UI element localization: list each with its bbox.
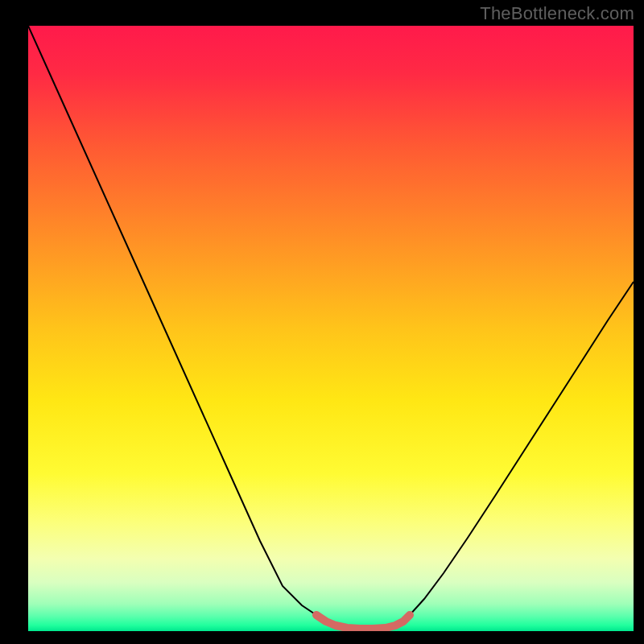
bottleneck-curve bbox=[28, 26, 634, 631]
curve-left-branch bbox=[28, 26, 316, 615]
watermark-text: TheBottleneck.com bbox=[480, 3, 634, 24]
curve-right-branch bbox=[410, 282, 634, 615]
plot-area bbox=[28, 26, 634, 631]
curve-valley-highlight bbox=[316, 615, 410, 629]
chart-frame: TheBottleneck.com bbox=[0, 0, 644, 644]
